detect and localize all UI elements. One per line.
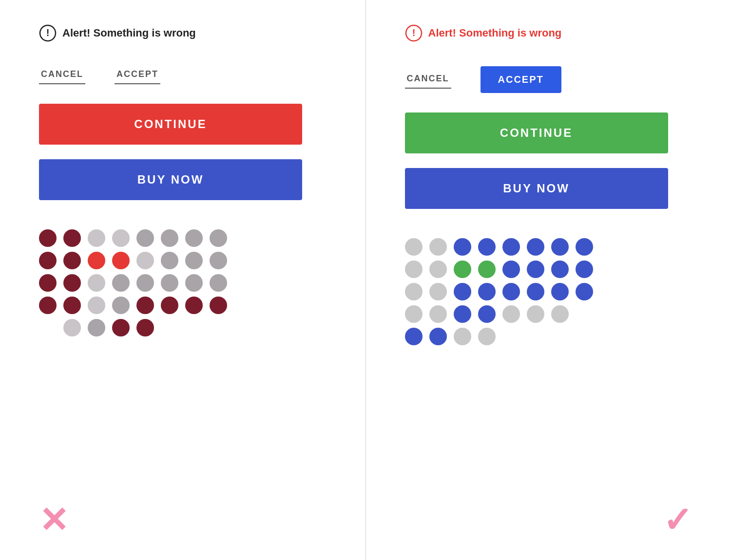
dot [63, 297, 81, 314]
dots-row [405, 283, 693, 300]
dot [185, 252, 203, 269]
dot [502, 305, 520, 323]
dots-row [39, 274, 327, 292]
dot [112, 319, 130, 336]
dot [478, 328, 496, 345]
dot [161, 274, 178, 292]
dot [527, 283, 544, 300]
right-buy-now-button[interactable]: BUY NOW [405, 168, 668, 209]
dot [576, 261, 593, 278]
right-alert-row: ! Alert! Something is wrong [405, 24, 562, 42]
dot [429, 283, 447, 300]
left-panel: ! Alert! Something is wrong CANCEL ACCEP… [0, 0, 366, 560]
dot [576, 305, 593, 323]
dot [502, 238, 520, 256]
dot [63, 319, 81, 336]
dot [136, 274, 154, 292]
dot [39, 229, 57, 247]
dot [136, 252, 154, 269]
dot [63, 274, 81, 292]
dot [454, 283, 471, 300]
dot [39, 274, 57, 292]
right-alert-text: Alert! Something is wrong [428, 27, 562, 39]
dot [88, 297, 105, 314]
svg-text:!: ! [46, 27, 50, 38]
dot [429, 261, 447, 278]
right-dots-grid [405, 238, 693, 345]
right-cancel-button[interactable]: CANCEL [405, 71, 451, 89]
dots-row [39, 229, 327, 247]
left-cancel-button[interactable]: CANCEL [39, 66, 85, 84]
dot [112, 274, 130, 292]
dot [112, 297, 130, 314]
left-alert-row: ! Alert! Something is wrong [39, 24, 196, 42]
dot [136, 297, 154, 314]
dots-row [39, 319, 327, 336]
alert-icon-right: ! [405, 24, 423, 42]
left-footer-cross-icon: ✕ [39, 500, 68, 541]
dot [39, 252, 57, 269]
dot [454, 261, 471, 278]
dots-row [39, 252, 327, 269]
dot [478, 305, 496, 323]
dot [576, 238, 593, 256]
dot [429, 305, 447, 323]
dots-row [405, 328, 693, 345]
dot [88, 274, 105, 292]
dot [429, 238, 447, 256]
right-accept-button[interactable]: ACCEPT [481, 66, 561, 93]
dot [527, 238, 544, 256]
dot [551, 238, 569, 256]
dots-row [405, 238, 693, 256]
dot [112, 252, 130, 269]
dot [454, 328, 471, 345]
dot [454, 305, 471, 323]
dot [210, 274, 227, 292]
dot [527, 305, 544, 323]
dot [210, 297, 227, 314]
dot [405, 283, 423, 300]
left-dots-grid [39, 229, 327, 336]
dot [185, 274, 203, 292]
dot [136, 229, 154, 247]
dot [502, 283, 520, 300]
dot [210, 319, 227, 336]
alert-icon-left: ! [39, 24, 57, 42]
dot [405, 238, 423, 256]
right-action-row: CANCEL ACCEPT [405, 66, 693, 93]
left-action-row: CANCEL ACCEPT [39, 66, 327, 84]
dot [405, 328, 423, 345]
dot [185, 229, 203, 247]
dot [161, 229, 178, 247]
dot [527, 261, 544, 278]
left-continue-button[interactable]: CONTINUE [39, 104, 302, 145]
svg-text:!: ! [412, 27, 415, 38]
dot [502, 328, 520, 345]
dot [576, 328, 593, 345]
dot [551, 283, 569, 300]
dot [88, 252, 105, 269]
dot [88, 319, 105, 336]
dot [88, 229, 105, 247]
dot [478, 261, 496, 278]
dot [39, 319, 57, 336]
dot [161, 297, 178, 314]
dot [576, 283, 593, 300]
dot [478, 283, 496, 300]
left-alert-text: Alert! Something is wrong [62, 27, 196, 39]
dot [136, 319, 154, 336]
dots-row [405, 261, 693, 278]
left-accept-button[interactable]: ACCEPT [115, 66, 160, 84]
dot [405, 261, 423, 278]
dot [185, 297, 203, 314]
dot [210, 252, 227, 269]
dot [39, 297, 57, 314]
dot [551, 305, 569, 323]
dot [429, 328, 447, 345]
left-buy-now-button[interactable]: BUY NOW [39, 159, 302, 200]
dot [161, 252, 178, 269]
dot [63, 229, 81, 247]
dots-row [405, 305, 693, 323]
dot [185, 319, 203, 336]
right-continue-button[interactable]: CONTINUE [405, 112, 668, 153]
